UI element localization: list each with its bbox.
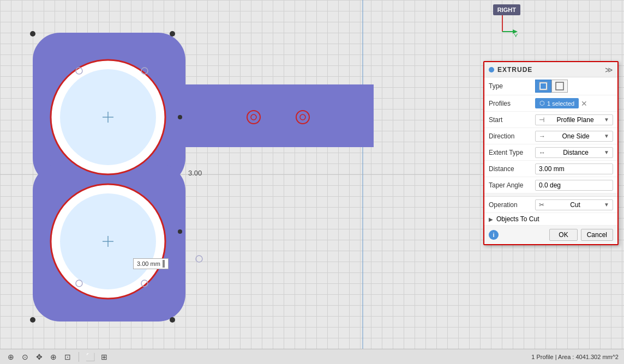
dimension-label-popup[interactable]: 3.00 mm (133, 258, 169, 269)
zoom-in-icon[interactable]: ⊕ (48, 351, 59, 362)
move-icon[interactable]: ⊕ (5, 351, 16, 362)
direction-control: → One Side ▼ (535, 131, 613, 142)
taper-angle-control (535, 180, 613, 191)
svg-point-15 (170, 317, 175, 323)
cancel-button[interactable]: Cancel (581, 229, 613, 241)
type-surface-button[interactable] (551, 80, 568, 93)
start-dropdown-icon: ⊣ (539, 116, 544, 124)
pan-icon[interactable]: ✥ (34, 351, 45, 362)
svg-point-13 (170, 31, 175, 37)
svg-rect-10 (169, 84, 374, 147)
panel-header: EXTRUDE ≫ (484, 62, 617, 77)
direction-dropdown[interactable]: → One Side ▼ (535, 131, 613, 142)
svg-rect-39 (556, 82, 563, 90)
operation-control: ✂ Cut ▼ (535, 199, 613, 210)
cad-shape (25, 22, 374, 335)
ok-button[interactable]: OK (549, 229, 577, 241)
info-icon: i (489, 230, 499, 240)
canvas-dimension-text: 3.00 (188, 169, 202, 177)
direction-row: Direction → One Side ▼ (484, 128, 617, 144)
operation-arrow: ▼ (604, 202, 609, 208)
panel-footer: i OK Cancel (484, 226, 617, 244)
profiles-row: Profiles ⬡ 1 selected ✕ (484, 95, 617, 112)
bottom-toolbar: ⊕ ⊙ ✥ ⊕ ⊡ ⬜ ⊞ 1 Profile | Area : 4041.30… (0, 349, 624, 364)
type-label: Type (489, 82, 535, 90)
extent-type-row: Extent Type ↔ Distance ▼ (484, 144, 617, 161)
svg-point-36 (196, 256, 202, 262)
zoom-fit-icon[interactable]: ⊡ (62, 351, 73, 362)
extent-type-value: Distance (563, 149, 589, 156)
distance-control (535, 163, 613, 174)
dim-handle[interactable] (163, 260, 165, 268)
operation-value: Cut (570, 201, 580, 209)
type-row: Type (484, 77, 617, 95)
distance-row: Distance (484, 161, 617, 177)
orbit-icon[interactable]: ⊙ (20, 351, 31, 362)
profiles-clear-button[interactable]: ✕ (581, 99, 587, 108)
extent-type-dropdown[interactable]: ↔ Distance ▼ (535, 147, 613, 158)
distance-label: Distance (489, 165, 535, 173)
dim-label-text: 3.00 mm (137, 260, 160, 267)
direction-arrow: ▼ (604, 133, 609, 139)
footer-buttons: OK Cancel (549, 229, 613, 241)
profiles-value: 1 selected (547, 100, 574, 107)
operation-row: Operation ✂ Cut ▼ (484, 197, 617, 213)
svg-rect-38 (541, 83, 546, 89)
start-control: ⊣ Profile Plane ▼ (535, 114, 613, 125)
direction-value: One Side (562, 132, 590, 140)
start-row: Start ⊣ Profile Plane ▼ (484, 112, 617, 128)
panel-title: EXTRUDE (497, 66, 532, 74)
view-label: RIGHT (493, 4, 520, 15)
direction-label: Direction (489, 132, 535, 140)
profiles-control: ⬡ 1 selected ✕ (535, 98, 613, 108)
status-bar-right: 1 Profile | Area : 4041.302 mm^2 (531, 354, 619, 360)
extent-type-arrow: ▼ (604, 149, 609, 155)
panel-expand-icon[interactable]: ≫ (605, 65, 613, 74)
operation-dropdown[interactable]: ✂ Cut ▼ (535, 199, 613, 210)
start-label: Start (489, 116, 535, 124)
svg-point-12 (30, 31, 35, 37)
distance-input[interactable] (535, 163, 613, 174)
operation-label: Operation (489, 201, 535, 209)
svg-point-18 (178, 115, 182, 119)
toolbar-divider (79, 352, 79, 362)
extrude-panel: EXTRUDE ≫ Type Profiles ⬡ 1 selected ✕ S… (483, 61, 619, 245)
objects-to-cut-label: Objects To Cut (496, 215, 539, 223)
start-dropdown[interactable]: ⊣ Profile Plane ▼ (535, 114, 613, 125)
direction-icon: → (539, 132, 545, 140)
profiles-badge[interactable]: ⬡ 1 selected (535, 98, 579, 108)
svg-text:Y: Y (514, 33, 518, 37)
taper-angle-row: Taper Angle (484, 177, 617, 193)
profiles-label: Profiles (489, 100, 535, 107)
taper-angle-label: Taper Angle (489, 181, 535, 189)
profiles-icon: ⬡ (539, 100, 545, 107)
svg-point-14 (30, 317, 35, 323)
type-solid-button[interactable] (535, 80, 551, 93)
operation-icon: ✂ (539, 201, 544, 209)
objects-to-cut-section[interactable]: ▶ Objects To Cut (484, 213, 617, 226)
display-mode-icon[interactable]: ⬜ (85, 351, 95, 362)
type-control (535, 80, 613, 93)
grid-icon[interactable]: ⊞ (99, 351, 110, 362)
taper-angle-input[interactable] (535, 180, 613, 191)
extent-type-icon: ↔ (539, 149, 545, 156)
extent-type-label: Extent Type (489, 149, 535, 156)
extent-type-control: ↔ Distance ▼ (535, 147, 613, 158)
start-dropdown-value: Profile Plane (557, 116, 594, 124)
toolbar-left: ⊕ ⊙ ✥ ⊕ ⊡ ⬜ ⊞ (5, 351, 110, 362)
start-dropdown-arrow: ▼ (604, 117, 609, 123)
objects-expand-arrow: ▶ (489, 216, 493, 222)
panel-status-dot (489, 67, 494, 72)
svg-point-19 (178, 229, 182, 234)
